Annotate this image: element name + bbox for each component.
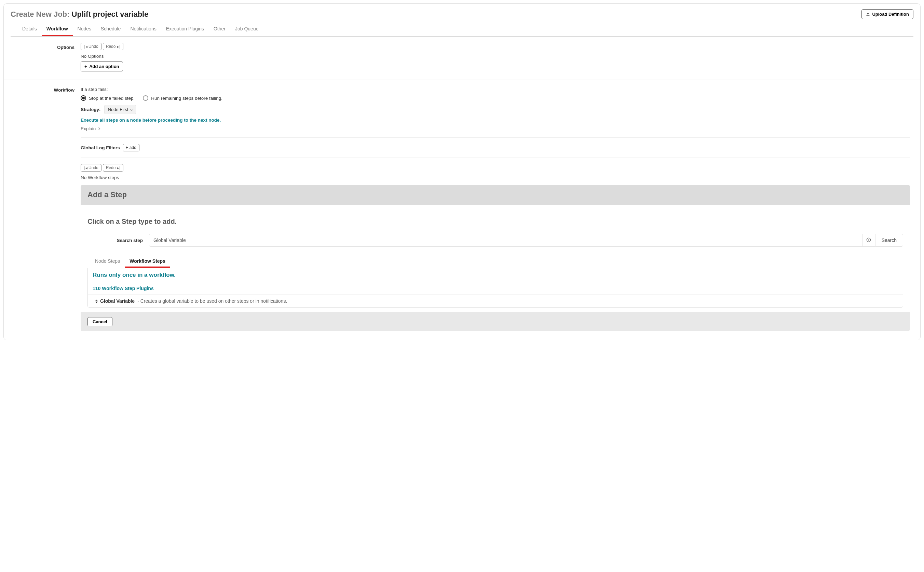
add-step-title: Add a Step	[87, 190, 903, 199]
plugin-icon	[93, 298, 97, 303]
radio-run-remaining[interactable]: Run remaining steps before failing.	[143, 95, 222, 101]
cancel-button[interactable]: Cancel	[87, 317, 112, 326]
search-button[interactable]: Search	[875, 234, 903, 247]
radio-stop-at-failed[interactable]: Stop at the failed step.	[81, 95, 135, 101]
radio-checked-icon	[81, 95, 86, 101]
tab-other[interactable]: Other	[209, 23, 230, 36]
radio-unchecked-icon	[143, 95, 148, 101]
strategy-description: Execute all steps on a node before proce…	[81, 118, 910, 123]
upload-definition-button[interactable]: Upload Definition	[862, 9, 913, 19]
tab-workflow[interactable]: Workflow	[42, 23, 73, 36]
tab-notifications[interactable]: Notifications	[126, 23, 161, 36]
global-log-filters-label: Global Log Filters	[81, 145, 120, 150]
workflow-undo-button[interactable]: |◀ Undo	[81, 164, 101, 171]
tab-job-queue[interactable]: Job Queue	[230, 23, 264, 36]
tab-node-steps[interactable]: Node Steps	[90, 256, 125, 268]
tab-schedule[interactable]: Schedule	[96, 23, 126, 36]
add-option-button[interactable]: + Add an option	[81, 62, 123, 72]
strategy-label: Strategy:	[81, 107, 101, 112]
plugin-count: 110 Workflow Step Plugins	[93, 286, 154, 291]
add-step-panel: Add a Step Click on a Step type to add. …	[81, 185, 910, 331]
job-name: Uplift project variable	[72, 10, 149, 19]
runs-once-info: Runs only once in a workflow.	[93, 272, 175, 278]
upload-icon	[866, 12, 870, 16]
chevron-right-icon	[98, 127, 101, 130]
workflow-label: Workflow	[4, 85, 81, 93]
options-undo-button[interactable]: |◀ Undo	[81, 43, 101, 50]
search-step-input[interactable]	[149, 234, 862, 247]
plus-icon: +	[126, 146, 128, 150]
tab-details[interactable]: Details	[17, 23, 42, 36]
workflow-redo-button[interactable]: Redo ▶|	[103, 164, 124, 171]
plus-icon: +	[84, 64, 87, 69]
step-type-tabs: Node Steps Workflow Steps	[87, 256, 903, 268]
help-icon: ?	[866, 238, 871, 243]
workflow-empty-text: No Workflow steps	[81, 175, 910, 180]
svg-text:?: ?	[868, 238, 870, 241]
options-redo-button[interactable]: Redo ▶|	[103, 43, 124, 50]
explain-toggle[interactable]: Explain	[81, 126, 910, 131]
add-log-filter-button[interactable]: + add	[123, 144, 140, 151]
tab-nodes[interactable]: Nodes	[73, 23, 96, 36]
strategy-select[interactable]: Node First	[104, 105, 136, 114]
search-help-button[interactable]: ?	[862, 234, 875, 247]
search-step-label: Search step	[87, 238, 149, 243]
redo-skip-icon: ▶|	[117, 45, 120, 48]
options-empty-text: No Options	[81, 54, 910, 59]
redo-skip-icon: ▶|	[117, 166, 120, 170]
undo-skip-icon: |◀	[84, 45, 87, 48]
tab-execution-plugins[interactable]: Execution Plugins	[161, 23, 209, 36]
tab-workflow-steps[interactable]: Workflow Steps	[125, 256, 170, 268]
page-title: Create New Job: Uplift project variable	[11, 10, 148, 19]
step-plugin-global-variable[interactable]: Global Variable - Creates a global varia…	[88, 295, 903, 307]
undo-skip-icon: |◀	[84, 166, 87, 170]
add-step-instruction: Click on a Step type to add.	[87, 218, 903, 225]
options-label: Options	[4, 43, 81, 50]
title-prefix: Create New Job:	[11, 10, 69, 19]
if-step-fails-label: If a step fails:	[81, 87, 910, 92]
plugin-description: - Creates a global variable to be used o…	[137, 298, 287, 304]
plugin-name: Global Variable	[100, 298, 135, 304]
main-tabs: Details Workflow Nodes Schedule Notifica…	[11, 23, 913, 37]
